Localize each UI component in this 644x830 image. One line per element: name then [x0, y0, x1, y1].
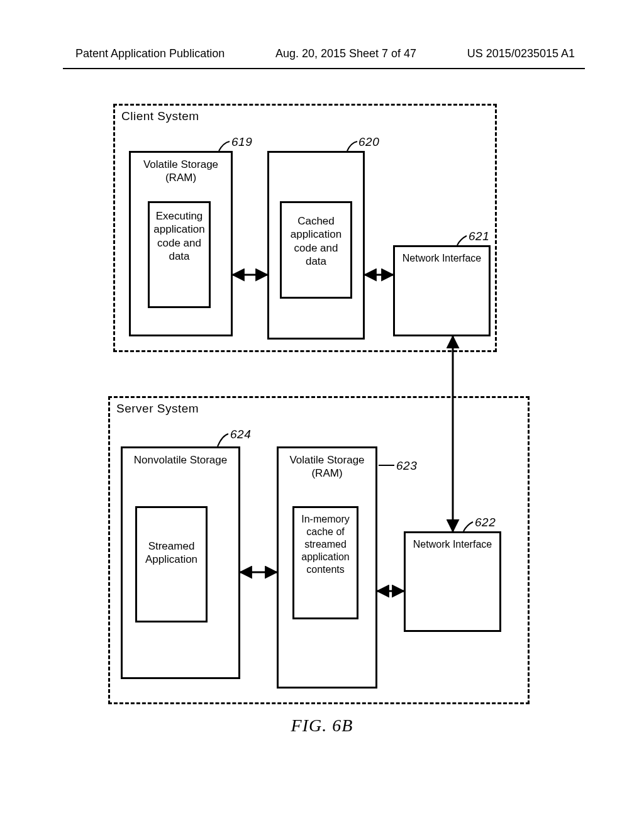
figure-caption: FIG. 6B — [0, 716, 644, 736]
server-nonvolatile-label: Nonvolatile Storage — [123, 453, 238, 467]
ref-619: 619 — [231, 135, 252, 149]
client-system-title: Client System — [121, 109, 199, 123]
ref-623: 623 — [396, 459, 417, 473]
server-network-interface-label: Network Interface — [406, 538, 499, 551]
server-system-title: Server System — [116, 402, 199, 416]
page-header: Patent Application Publication Aug. 20, … — [0, 47, 644, 64]
server-streamed-app-label: Streamed Application — [137, 540, 206, 567]
header-left: Patent Application Publication — [75, 47, 225, 60]
client-executing-appcode-box: Executing application code and data — [148, 201, 211, 308]
server-streamed-app-box: Streamed Application — [135, 506, 208, 622]
ref-624: 624 — [230, 428, 251, 441]
client-network-interface-label: Network Interface — [395, 252, 489, 265]
header-right: US 2015/0235015 A1 — [467, 47, 575, 60]
patent-figure-page: Patent Application Publication Aug. 20, … — [0, 0, 644, 830]
header-center: Aug. 20, 2015 Sheet 7 of 47 — [275, 47, 416, 60]
server-volatile-label: Volatile Storage (RAM) — [279, 453, 375, 480]
client-network-interface-box: Network Interface — [393, 245, 491, 336]
server-inmemory-cache-label: In-memory cache of streamed application … — [294, 513, 357, 576]
diagram: Client System Volatile Storage (RAM) Exe… — [113, 104, 509, 707]
client-executing-appcode-label: Executing application code and data — [150, 209, 209, 263]
client-cached-appcode-label: Cached application code and data — [282, 214, 350, 268]
ref-622: 622 — [475, 516, 496, 529]
header-rule — [63, 68, 585, 69]
server-inmemory-cache-box: In-memory cache of streamed application … — [292, 506, 358, 619]
client-cached-appcode-box: Cached application code and data — [280, 201, 352, 299]
client-volatile-storage-label: Volatile Storage (RAM) — [131, 158, 231, 185]
ref-620: 620 — [358, 135, 379, 149]
ref-621: 621 — [469, 230, 489, 243]
server-network-interface-box: Network Interface — [404, 531, 501, 632]
